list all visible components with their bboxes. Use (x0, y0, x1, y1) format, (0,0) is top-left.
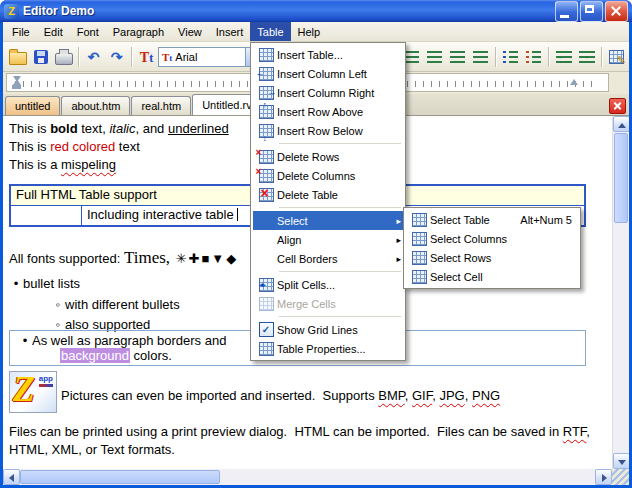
menu-item-align[interactable]: Align▸ (253, 230, 403, 249)
close-button[interactable] (605, 1, 628, 22)
align-justify-icon (473, 50, 488, 63)
resize-grip[interactable] (612, 469, 629, 485)
vertical-scrollbar[interactable] (612, 116, 629, 469)
tab-real-htm[interactable]: real.htm (131, 96, 191, 115)
numbered-list-button[interactable] (522, 45, 545, 68)
maximize-button[interactable] (580, 1, 603, 22)
delete-rows-icon (259, 150, 274, 164)
menubar-item-font[interactable]: Font (70, 22, 106, 41)
menubar-item-table[interactable]: Table (250, 22, 290, 41)
app-window: Z Editor Demo File Edit Font Paragraph V… (0, 0, 632, 488)
window-controls (555, 1, 628, 22)
submenu-item-select-cell[interactable]: Select Cell (406, 267, 578, 286)
red-text: red colored (50, 139, 115, 154)
select-submenu: Select TableAlt+Num 5 Select Columns Sel… (403, 207, 581, 289)
table-edit-icon: ✎ (609, 50, 624, 64)
undo-icon: ↶ (88, 49, 100, 65)
save-button[interactable] (29, 45, 52, 68)
format-bmp: BMP (378, 388, 405, 403)
select-columns-icon (412, 232, 427, 246)
align-center-button[interactable] (423, 45, 446, 68)
bullet-list-button[interactable] (499, 45, 522, 68)
left-indent-marker[interactable] (12, 85, 21, 89)
format-png: PNG (472, 388, 500, 403)
menubar-item-paragraph[interactable]: Paragraph (106, 22, 171, 41)
open-folder-icon (9, 52, 27, 65)
open-button[interactable] (6, 45, 29, 68)
menu-separator (279, 271, 401, 272)
insert-column-right-icon (259, 86, 274, 100)
paragraph-formatting: This is bold text, italic, and underline… (9, 121, 229, 136)
logo-image: Z app (9, 371, 57, 413)
titlebar[interactable]: Z Editor Demo (0, 0, 632, 22)
right-indent-marker[interactable] (570, 79, 578, 85)
app-icon: Z (4, 4, 19, 19)
font-color-button[interactable]: Tt (135, 45, 158, 68)
menu-item-delete-table[interactable]: Delete Table (253, 185, 403, 204)
outdent-button[interactable]: ← (552, 45, 575, 68)
paragraph-pictures: Pictures can even be imported and insert… (61, 388, 500, 403)
scroll-right-button[interactable] (595, 469, 612, 485)
menubar-item-insert[interactable]: Insert (209, 22, 251, 41)
menu-item-insert-column-right[interactable]: Insert Column Right (253, 83, 403, 102)
align-justify-button[interactable] (469, 45, 492, 68)
menu-item-insert-row-below[interactable]: Insert Row Below (253, 121, 403, 140)
paragraph-fonts: All fonts supported: Times, ✳✚■▼◆ (9, 248, 238, 268)
submenu-arrow-icon: ▸ (391, 235, 401, 245)
menu-item-insert-row-above[interactable]: Insert Row Above (253, 102, 403, 121)
font-combo-icon: Tt (162, 51, 172, 63)
printer-icon (55, 53, 73, 65)
scroll-up-button[interactable] (613, 116, 629, 132)
paragraph-red-text: This is red colored text (9, 139, 140, 154)
minimize-button[interactable] (555, 1, 578, 22)
print-button[interactable] (52, 45, 75, 68)
menu-item-delete-rows[interactable]: Delete Rows (253, 147, 403, 166)
app-icon-letter: Z (8, 5, 15, 17)
font-name-combo[interactable]: Tt Arial ▼ (158, 47, 262, 67)
menu-item-show-grid-lines[interactable]: ✓Show Grid Lines (253, 320, 403, 339)
menu-item-merge-cells[interactable]: Merge Cells (253, 294, 403, 313)
menubar-item-file[interactable]: File (5, 22, 37, 41)
insert-table-icon (259, 48, 274, 62)
align-right-button[interactable] (446, 45, 469, 68)
menu-item-select[interactable]: Select▸ (253, 211, 403, 230)
save-floppy-icon (34, 50, 48, 64)
table-properties-icon (259, 342, 274, 356)
tab-close-button[interactable] (609, 98, 626, 114)
menu-item-table-properties[interactable]: Table Properties... (253, 339, 403, 358)
horizontal-scroll-thumb[interactable] (20, 470, 220, 484)
times-sample: Times, (124, 248, 170, 267)
menubar-item-view[interactable]: View (171, 22, 209, 41)
menu-item-insert-table[interactable]: Insert Table... (253, 45, 403, 64)
scroll-down-button[interactable] (613, 453, 629, 469)
submenu-item-select-rows[interactable]: Select Rows (406, 248, 578, 267)
menu-item-cell-borders[interactable]: Cell Borders▸ (253, 249, 403, 268)
vertical-scroll-thumb[interactable] (614, 133, 628, 223)
format-gif: GIF (412, 388, 432, 403)
text-caret (237, 208, 238, 221)
submenu-item-select-table[interactable]: Select TableAlt+Num 5 (406, 210, 578, 229)
undo-button[interactable]: ↶ (82, 45, 105, 68)
menubar-item-help[interactable]: Help (291, 22, 328, 41)
doc-table-empty-cell[interactable] (11, 206, 82, 225)
insert-column-left-icon (259, 67, 274, 81)
menu-item-split-cells[interactable]: Split Cells... (253, 275, 403, 294)
format-rtf: RTF (563, 424, 587, 439)
outdent-icon: ← (556, 50, 572, 63)
submenu-item-select-columns[interactable]: Select Columns (406, 229, 578, 248)
menu-item-insert-column-left[interactable]: Insert Column Left (253, 64, 403, 83)
bullet-circle-icon: ◦ (51, 297, 65, 312)
redo-icon: ↷ (111, 49, 123, 65)
menu-item-delete-columns[interactable]: Delete Columns (253, 166, 403, 185)
format-jpg: JPG (439, 388, 464, 403)
tab-about-htm[interactable]: about.htm (61, 96, 130, 115)
menubar-item-edit[interactable]: Edit (37, 22, 70, 41)
scroll-left-button[interactable] (3, 469, 20, 485)
horizontal-scrollbar[interactable] (3, 469, 629, 485)
table-edit-button[interactable]: ✎ (605, 45, 628, 68)
merge-cells-icon (259, 297, 274, 311)
tab-untitled[interactable]: untitled (5, 96, 60, 115)
redo-button[interactable]: ↷ (105, 45, 128, 68)
shortcut-label: Alt+Num 5 (520, 214, 576, 226)
indent-button[interactable]: → (575, 45, 598, 68)
